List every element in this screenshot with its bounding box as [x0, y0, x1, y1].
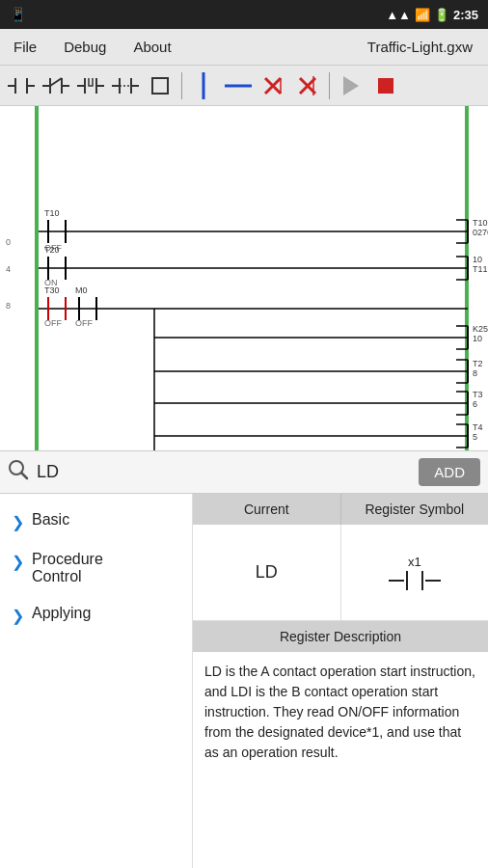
svg-text:10: 10: [473, 334, 482, 343]
ladder-svg-area: 0 T10 OFF T10 02769 4 T20 ON: [0, 106, 488, 451]
menu-debug[interactable]: Debug: [58, 35, 112, 59]
svg-rect-28: [378, 78, 393, 94]
symbol-cell: x1: [341, 525, 489, 620]
svg-text:T10: T10: [473, 218, 488, 228]
ld-symbol-display: x1: [389, 555, 441, 590]
horizontal-line-button[interactable]: [223, 70, 254, 101]
svg-text:4: 4: [6, 264, 11, 274]
svg-text:T30: T30: [44, 285, 60, 295]
svg-text:T4: T4: [473, 422, 483, 432]
battery-icon: 🔋: [434, 8, 449, 22]
stop-button[interactable]: [370, 70, 401, 101]
category-procedure-control[interactable]: ❯ ProcedureControl: [0, 541, 192, 595]
svg-text:T11: T11: [473, 264, 488, 274]
delete-x2-button[interactable]: [292, 70, 323, 101]
svg-rect-18: [152, 78, 168, 94]
current-value-cell: LD: [193, 525, 341, 620]
menu-file[interactable]: File: [8, 35, 42, 59]
wifi-icon: 📶: [415, 8, 430, 22]
register-description-header: Register Description: [193, 621, 488, 652]
register-description-text: LD is the A contact operation start inst…: [193, 652, 488, 773]
svg-line-107: [21, 473, 27, 478]
svg-text:8: 8: [473, 368, 477, 378]
current-header: Current: [193, 494, 341, 525]
add-button[interactable]: ADD: [419, 458, 480, 486]
contact-bar-left: [406, 571, 408, 590]
contact-gap: [410, 571, 420, 590]
status-bar: 📱 ▲▲ 📶 🔋 2:35: [0, 0, 488, 29]
category-list: ❯ Basic ❯ ProcedureControl ❯ Applying: [0, 494, 193, 868]
phone-icon: 📱: [10, 7, 26, 22]
delete-x1-button[interactable]: [258, 70, 288, 101]
play-button[interactable]: [336, 70, 366, 101]
vertical-line-button[interactable]: [188, 70, 219, 101]
svg-text:OFF: OFF: [44, 318, 62, 328]
symbol-x1-label: x1: [408, 555, 421, 569]
svg-text:T10: T10: [44, 208, 60, 218]
register-header: Current Register Symbol: [193, 494, 488, 525]
chevron-basic-icon: ❯: [12, 513, 24, 531]
svg-text:5: 5: [473, 432, 477, 442]
contact-bar-right: [421, 571, 423, 590]
svg-text:T20: T20: [44, 245, 60, 255]
svg-text:T3: T3: [473, 390, 483, 399]
signal-icon: ▲▲: [386, 8, 411, 22]
svg-text:OFF: OFF: [75, 318, 93, 328]
contact-left-line: [389, 580, 404, 582]
svg-text:T2: T2: [473, 359, 483, 368]
svg-line-8: [50, 78, 62, 86]
contact-no-button[interactable]: [6, 70, 37, 101]
register-symbol-header: Register Symbol: [341, 494, 489, 525]
svg-text:M0: M0: [75, 285, 88, 295]
svg-text:8: 8: [6, 301, 11, 311]
svg-text:10: 10: [473, 255, 482, 264]
svg-text:02769: 02769: [473, 228, 488, 237]
svg-text:6: 6: [473, 399, 477, 409]
svg-marker-27: [343, 76, 359, 95]
category-basic[interactable]: ❯ Basic: [0, 502, 192, 541]
contact-symbol-graphic: [389, 571, 441, 590]
register-content: LD x1: [193, 525, 488, 621]
status-bar-right: ▲▲ 📶 🔋 2:35: [386, 8, 478, 22]
box-button[interactable]: [145, 70, 176, 101]
contact-n-button[interactable]: [110, 70, 141, 101]
category-procedure-label: ProcedureControl: [32, 551, 103, 585]
contact-nc-button[interactable]: [41, 70, 71, 101]
svg-text:K253: K253: [473, 324, 488, 334]
current-value: LD: [256, 562, 278, 583]
register-area: ❯ Basic ❯ ProcedureControl ❯ Applying Cu…: [0, 494, 488, 868]
svg-text:0: 0: [6, 237, 11, 247]
search-input[interactable]: [37, 462, 411, 482]
toolbar-divider-1: [181, 72, 182, 99]
ladder-diagram: 0 T10 OFF T10 02769 4 T20 ON: [0, 106, 488, 451]
contact-right-line: [425, 580, 441, 582]
category-applying[interactable]: ❯ Applying: [0, 595, 192, 635]
menu-about[interactable]: About: [127, 35, 176, 59]
menu-bar: File Debug About Traffic-Light.gxw: [0, 29, 488, 66]
toolbar-divider-2: [329, 72, 330, 99]
contact-p-button[interactable]: [75, 70, 106, 101]
toolbar: [0, 66, 488, 106]
window-title: Traffic-Light.gxw: [367, 39, 473, 55]
bottom-panel: ❯ Basic ❯ ProcedureControl ❯ Applying Cu…: [0, 494, 488, 868]
search-icon: [8, 459, 29, 485]
category-basic-label: Basic: [32, 511, 69, 529]
chevron-applying-icon: ❯: [12, 607, 24, 625]
register-panel: Current Register Symbol LD x1: [193, 494, 488, 868]
status-bar-left: 📱: [10, 7, 26, 22]
search-bar: ADD: [0, 451, 488, 494]
category-applying-label: Applying: [32, 605, 91, 622]
time-display: 2:35: [453, 8, 478, 22]
chevron-procedure-icon: ❯: [12, 553, 24, 571]
